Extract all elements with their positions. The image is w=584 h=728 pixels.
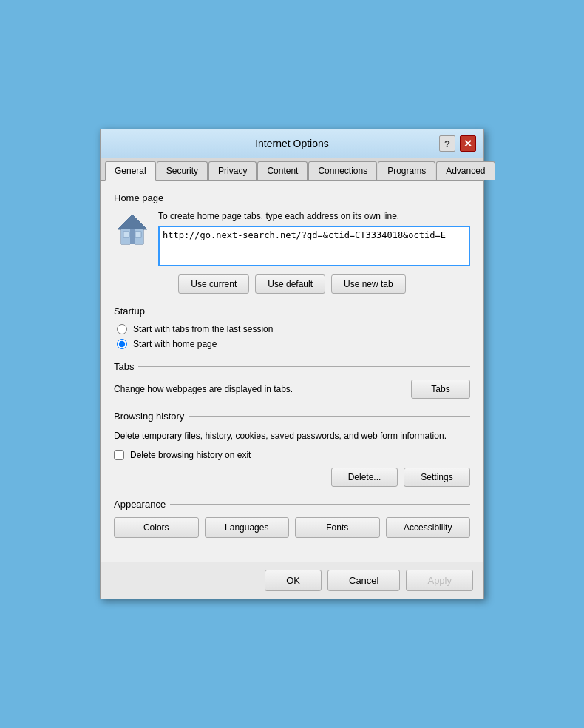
- startup-divider: [149, 311, 470, 311]
- startup-header: Startup: [114, 306, 470, 317]
- bottom-bar: OK Cancel Apply: [101, 562, 483, 599]
- tab-bar: General Security Privacy Content Connect…: [101, 158, 483, 181]
- use-new-tab-button[interactable]: Use new tab: [331, 274, 406, 294]
- help-button[interactable]: ?: [439, 135, 455, 152]
- tab-general[interactable]: General: [105, 161, 156, 181]
- colors-button[interactable]: Colors: [114, 517, 199, 538]
- svg-rect-3: [130, 235, 135, 244]
- browsing-history-header: Browsing history: [114, 411, 470, 422]
- languages-button[interactable]: Languages: [205, 517, 290, 538]
- tabs-button[interactable]: Tabs: [411, 380, 470, 399]
- browsing-history-divider: [189, 416, 470, 417]
- svg-marker-4: [118, 215, 147, 229]
- fonts-button[interactable]: Fonts: [295, 517, 380, 538]
- tab-content[interactable]: Content: [257, 161, 308, 180]
- tabs-description: Change how webpages are displayed in tab…: [114, 384, 293, 394]
- delete-on-exit-label: Delete browsing history on exit: [130, 450, 251, 460]
- home-page-label: Home page: [114, 192, 168, 203]
- house-icon: [114, 211, 151, 248]
- settings-button[interactable]: Settings: [404, 468, 470, 487]
- appearance-label: Appearance: [114, 499, 170, 510]
- tab-advanced[interactable]: Advanced: [436, 161, 495, 180]
- home-page-url-wrapper: http://go.next-search.net/?gd=&ctid=CT33…: [158, 226, 470, 269]
- home-page-header: Home page: [114, 192, 470, 203]
- close-button[interactable]: ✕: [460, 135, 476, 152]
- appearance-section: Appearance Colors Languages Fonts Access…: [114, 499, 470, 538]
- svg-rect-5: [123, 232, 129, 237]
- startup-home-page-label: Start with home page: [133, 339, 217, 349]
- home-page-inner: To create home page tabs, type each addr…: [114, 211, 470, 269]
- delete-on-exit-row: Delete browsing history on exit: [114, 450, 470, 460]
- browsing-history-description: Delete temporary files, history, cookies…: [114, 429, 470, 442]
- startup-home-page-radio[interactable]: [117, 339, 127, 349]
- home-page-section: Home page To create home page tabs, type…: [114, 192, 470, 294]
- tabs-divider: [138, 366, 470, 367]
- appearance-buttons: Colors Languages Fonts Accessibility: [114, 517, 470, 538]
- browsing-history-section: Browsing history Delete temporary files,…: [114, 411, 470, 487]
- browsing-history-label: Browsing history: [114, 411, 189, 422]
- appearance-header: Appearance: [114, 499, 470, 510]
- tab-programs[interactable]: Programs: [378, 161, 435, 180]
- tabs-section: Tabs Change how webpages are displayed i…: [114, 361, 470, 399]
- title-bar-actions: ? ✕: [439, 135, 476, 152]
- apply-button[interactable]: Apply: [406, 570, 473, 591]
- cancel-button[interactable]: Cancel: [327, 570, 400, 591]
- startup-section: Startup Start with tabs from the last se…: [114, 306, 470, 349]
- tabs-section-label: Tabs: [114, 361, 138, 372]
- home-page-buttons: Use current Use default Use new tab: [114, 274, 470, 294]
- home-page-url-input[interactable]: http://go.next-search.net/?gd=&ctid=CT33…: [158, 226, 470, 266]
- tab-security[interactable]: Security: [157, 161, 208, 180]
- delete-button[interactable]: Delete...: [331, 468, 398, 487]
- appearance-divider: [170, 504, 470, 505]
- home-page-right: To create home page tabs, type each addr…: [158, 211, 470, 269]
- delete-on-exit-checkbox[interactable]: [114, 450, 124, 460]
- tab-privacy[interactable]: Privacy: [208, 161, 257, 180]
- startup-options: Start with tabs from the last session St…: [114, 324, 470, 349]
- tabs-content: Change how webpages are displayed in tab…: [114, 380, 470, 399]
- use-current-button[interactable]: Use current: [178, 274, 249, 294]
- startup-last-session-label: Start with tabs from the last session: [133, 324, 273, 334]
- history-buttons: Delete... Settings: [114, 468, 470, 487]
- startup-option-last-session: Start with tabs from the last session: [117, 324, 470, 334]
- tab-content-area: Home page To create home page tabs, type…: [101, 181, 483, 562]
- startup-label: Startup: [114, 306, 149, 317]
- startup-last-session-radio[interactable]: [117, 324, 127, 334]
- title-bar: Internet Options ? ✕: [101, 129, 483, 158]
- tab-connections[interactable]: Connections: [308, 161, 377, 180]
- home-page-divider: [168, 198, 470, 198]
- accessibility-button[interactable]: Accessibility: [386, 517, 471, 538]
- dialog-title: Internet Options: [145, 138, 439, 149]
- internet-options-dialog: Internet Options ? ✕ General Security Pr…: [100, 129, 484, 599]
- use-default-button[interactable]: Use default: [255, 274, 325, 294]
- tabs-header: Tabs: [114, 361, 470, 372]
- svg-rect-6: [135, 232, 141, 237]
- startup-option-home-page: Start with home page: [117, 339, 470, 349]
- ok-button[interactable]: OK: [265, 570, 322, 591]
- home-page-description: To create home page tabs, type each addr…: [158, 211, 470, 221]
